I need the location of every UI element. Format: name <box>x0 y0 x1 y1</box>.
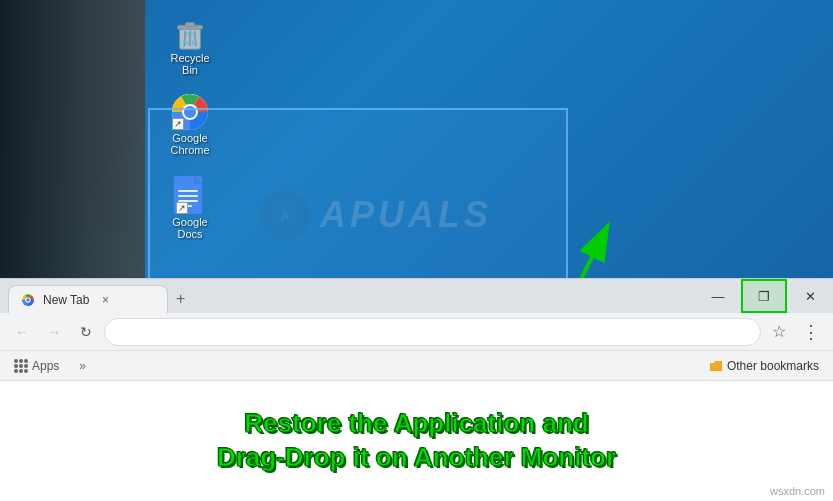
apps-icon <box>14 359 28 373</box>
shortcut-arrow-docs: ↗ <box>176 202 188 214</box>
close-button[interactable]: ✕ <box>787 279 833 313</box>
docs-label: Google Docs <box>163 216 217 240</box>
shortcut-arrow: ↗ <box>172 118 184 130</box>
svg-line-5 <box>195 31 196 46</box>
svg-line-3 <box>184 31 185 46</box>
apps-label: Apps <box>32 359 59 373</box>
chrome-label: Google Chrome <box>163 132 217 156</box>
browser-window: New Tab × + — ❐ ✕ ← → ↻ ☆ ⋮ <box>0 278 833 501</box>
recycle-bin-icon[interactable]: Recycle Bin <box>155 8 225 82</box>
folder-icon <box>709 359 723 373</box>
watermark-logo: A <box>260 190 310 240</box>
reload-button[interactable]: ↻ <box>72 318 100 346</box>
address-bar: ← → ↻ ☆ ⋮ <box>0 313 833 351</box>
tab-label: New Tab <box>43 293 89 307</box>
tab-favicon <box>21 293 35 307</box>
new-tab-button[interactable]: + <box>168 285 193 313</box>
bookmarks-bar: Apps » Other bookmarks <box>0 351 833 381</box>
recycle-bin-label: Recycle Bin <box>163 52 217 76</box>
instruction-area: Restore the Application and Drag-Drop it… <box>0 381 833 501</box>
google-docs-icon[interactable]: ↗ Google Docs <box>155 170 225 246</box>
instruction-line1: Restore the Application and <box>217 407 616 441</box>
svg-rect-12 <box>178 190 198 192</box>
apps-bookmark[interactable]: Apps <box>8 357 65 375</box>
bookmark-star-button[interactable]: ☆ <box>765 318 793 346</box>
address-input[interactable] <box>104 318 761 346</box>
other-bookmarks-label: Other bookmarks <box>727 359 819 373</box>
svg-text:A: A <box>281 209 290 223</box>
forward-button[interactable]: → <box>40 318 68 346</box>
left-panel <box>0 0 145 280</box>
restore-button[interactable]: ❐ <box>741 279 787 313</box>
other-bookmarks[interactable]: Other bookmarks <box>703 357 825 375</box>
instruction-line2: Drag-Drop it on Another Monitor <box>217 441 616 475</box>
svg-rect-13 <box>178 195 198 197</box>
menu-button[interactable]: ⋮ <box>797 318 825 346</box>
minimize-button[interactable]: — <box>695 279 741 313</box>
tab-bar: New Tab × + <box>0 279 695 313</box>
bookmarks-chevron[interactable]: » <box>73 357 92 375</box>
site-watermark: wsxdn.com <box>770 485 825 497</box>
svg-rect-2 <box>185 23 195 27</box>
watermark: A APUALS <box>260 190 492 240</box>
google-chrome-icon[interactable]: ↗ Google Chrome <box>155 86 225 162</box>
back-button[interactable]: ← <box>8 318 36 346</box>
window-controls: — ❐ ✕ <box>695 279 833 313</box>
instruction-text: Restore the Application and Drag-Drop it… <box>197 397 636 485</box>
tab-close-button[interactable]: × <box>97 292 113 308</box>
watermark-text: APUALS <box>320 194 492 236</box>
title-bar: New Tab × + — ❐ ✕ <box>0 279 833 313</box>
active-tab[interactable]: New Tab × <box>8 285 168 313</box>
svg-point-8 <box>184 106 196 118</box>
svg-point-22 <box>26 298 30 302</box>
